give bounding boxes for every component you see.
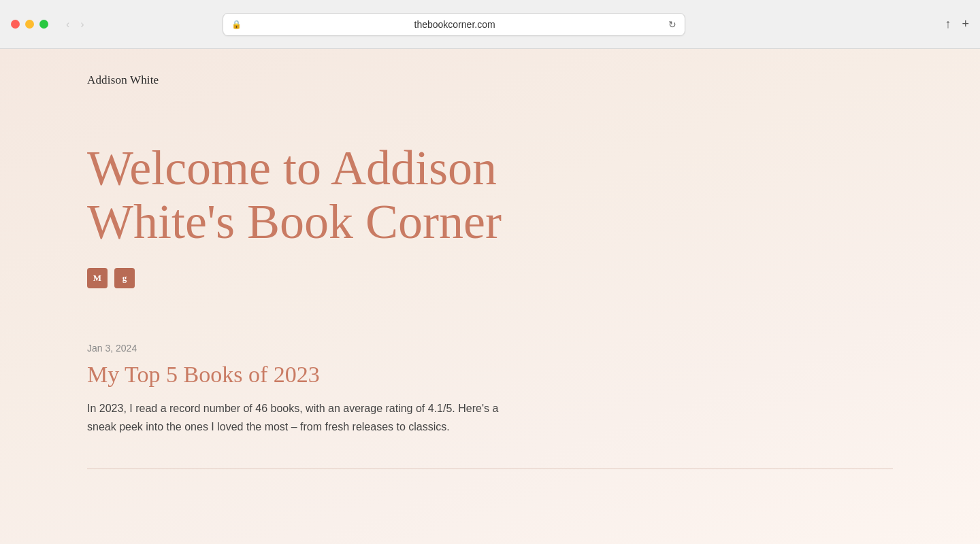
hero-title-line2: White's Book Corner [87,194,502,249]
social-icons: M g [87,268,893,288]
forward-button[interactable]: › [76,16,88,33]
articles-section: Jan 3, 2024 My Top 5 Books of 2023 In 20… [0,288,980,436]
address-bar[interactable]: 🔒 thebookcorner.com ↻ [223,13,685,36]
nav-buttons: ‹ › [62,16,88,33]
back-button[interactable]: ‹ [62,16,74,33]
article-date: Jan 3, 2024 [87,343,893,354]
article-divider [87,469,893,469]
url-text: thebookcorner.com [246,19,664,30]
reload-button[interactable]: ↻ [668,19,676,30]
maximize-button[interactable] [39,20,48,29]
share-button[interactable]: ↑ [945,17,951,31]
site-header: Addison White [0,49,980,87]
browser-chrome: ‹ › 🔒 thebookcorner.com ↻ ↑ + [0,0,980,49]
close-button[interactable] [11,20,20,29]
traffic-lights [11,20,48,29]
article-excerpt: In 2023, I read a record number of 46 bo… [87,400,523,436]
site-name: Addison White [87,73,159,86]
minimize-button[interactable] [25,20,34,29]
lock-icon: 🔒 [231,20,242,29]
medium-icon[interactable]: M [87,268,108,288]
page-content: Addison White Welcome to Addison White's… [0,49,980,544]
browser-actions: ↑ + [945,17,969,31]
new-tab-button[interactable]: + [962,17,969,31]
article-title[interactable]: My Top 5 Books of 2023 [87,362,893,388]
hero-title-line1: Welcome to Addison [87,141,497,195]
goodreads-icon[interactable]: g [114,268,135,288]
hero-section: Welcome to Addison White's Book Corner M… [0,87,980,288]
hero-title: Welcome to Addison White's Book Corner [87,141,564,249]
